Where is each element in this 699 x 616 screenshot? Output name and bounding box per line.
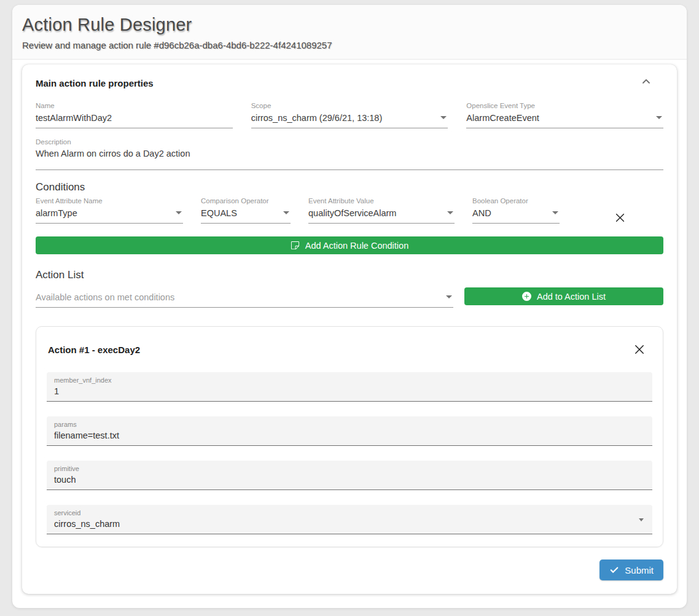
boolean-operator-select[interactable]: Boolean Operator AND — [472, 197, 560, 224]
scope-label: Scope — [251, 102, 448, 109]
description-field[interactable]: Description When Alarm on cirros do a Da… — [36, 138, 663, 170]
properties-row: Name testAlarmWithDay2 Scope cirros_ns_c… — [36, 102, 663, 128]
check-icon — [609, 565, 619, 575]
page-header: Action Rule Designer Review and manage a… — [12, 5, 687, 60]
description-row: Description When Alarm on cirros do a Da… — [36, 138, 663, 170]
close-icon — [634, 344, 645, 355]
sticky-note-icon — [291, 241, 300, 250]
name-label: Name — [36, 102, 233, 109]
event-type-select-value[interactable]: AlarmCreateEvent — [466, 112, 663, 128]
caret-down-icon — [639, 518, 644, 521]
action-list-row: Available actions on met conditions Add … — [36, 287, 663, 308]
scope-select[interactable]: Scope cirros_ns_charm (29/6/21, 13:18) — [251, 102, 448, 128]
comparison-operator-select[interactable]: Comparison Operator EQUALS — [201, 197, 291, 224]
conditions-heading: Conditions — [36, 181, 663, 193]
submit-row: Submit — [36, 559, 663, 580]
action-card: Action #1 - execDay2 member_vnf_index 1 … — [36, 326, 663, 547]
caret-down-icon — [656, 116, 662, 119]
page-title: Action Rule Designer — [22, 15, 677, 35]
add-to-action-list-button[interactable]: Add to Action List — [464, 287, 663, 305]
caret-down-icon — [283, 211, 289, 214]
page-subtitle: Review and manage action rule #d96cb26a-… — [22, 40, 677, 50]
action-list-heading: Action List — [36, 269, 663, 281]
page-container: Action Rule Designer Review and manage a… — [12, 5, 687, 608]
available-actions-select[interactable]: Available actions on met conditions — [36, 292, 453, 308]
action-card-header: Action #1 - execDay2 — [47, 338, 652, 357]
description-input[interactable]: When Alarm on cirros do a Day2 action — [36, 149, 663, 170]
main-properties-card: Main action rule properties Name testAla… — [22, 64, 677, 594]
remove-action-button[interactable] — [631, 341, 647, 357]
caret-down-icon — [440, 116, 447, 119]
main-properties-title: Main action rule properties — [36, 78, 663, 88]
action-card-title: Action #1 - execDay2 — [48, 345, 140, 355]
scope-select-value[interactable]: cirros_ns_charm (29/6/21, 13:18) — [251, 112, 448, 128]
chevron-up-icon[interactable] — [639, 74, 654, 89]
primitive-field[interactable]: primitive touch — [47, 461, 652, 490]
caret-down-icon — [446, 295, 452, 298]
event-type-label: Openslice Event Type — [466, 102, 663, 109]
name-field[interactable]: Name testAlarmWithDay2 — [36, 102, 233, 128]
plus-circle-icon — [522, 292, 531, 301]
submit-button[interactable]: Submit — [599, 559, 663, 580]
event-attribute-value-select[interactable]: Event Attribute Value qualityOfServiceAl… — [308, 197, 455, 224]
params-field[interactable]: params filename=test.txt — [47, 416, 652, 446]
name-input[interactable]: testAlarmWithDay2 — [36, 112, 233, 128]
event-type-select[interactable]: Openslice Event Type AlarmCreateEvent — [466, 102, 663, 128]
condition-row: Event Attribute Name alarmType Compariso… — [36, 197, 663, 225]
caret-down-icon — [447, 211, 453, 214]
member-vnf-index-field[interactable]: member_vnf_index 1 — [47, 372, 652, 402]
serviceid-select[interactable]: serviceid cirros_ns_charm — [47, 505, 652, 534]
description-label: Description — [36, 138, 663, 146]
caret-down-icon — [176, 211, 182, 214]
event-attribute-name-select[interactable]: Event Attribute Name alarmType — [36, 197, 183, 224]
add-condition-button[interactable]: Add Action Rule Condition — [36, 236, 663, 254]
caret-down-icon — [552, 211, 558, 214]
close-icon — [615, 212, 625, 223]
remove-condition-button[interactable] — [612, 209, 628, 225]
